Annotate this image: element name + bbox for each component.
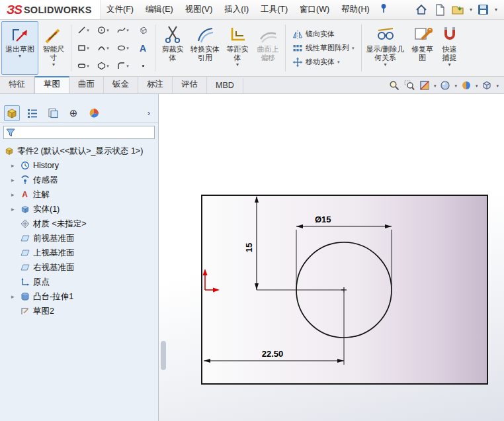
arc-tool-caret[interactable]: ▾	[106, 46, 109, 51]
section-view-button[interactable]	[419, 80, 431, 91]
trim-entities-button[interactable]: 剪裁实体	[157, 21, 188, 75]
offset-entities-button[interactable]: 等距实体 ▾	[222, 21, 253, 75]
ellipse-tool-button[interactable]: ▾	[113, 39, 133, 57]
expand-arrow-icon[interactable]: ▸	[11, 206, 15, 212]
open-dropdown-caret[interactable]: ▾	[470, 7, 472, 13]
slot-tool-button[interactable]: ▾	[73, 57, 93, 75]
pin-menu-icon[interactable]	[377, 3, 390, 16]
horizontal-dimension-text[interactable]: 22.50	[262, 349, 284, 359]
spline-tool-caret[interactable]: ▾	[126, 28, 129, 33]
tree-item-annotations[interactable]: ▸ A 注解	[0, 187, 158, 202]
menu-window[interactable]: 窗口(W)	[294, 0, 335, 19]
display-style-button[interactable]	[439, 80, 451, 91]
slot-tool-caret[interactable]: ▾	[87, 64, 89, 69]
menu-tools[interactable]: 工具(T)	[255, 0, 294, 19]
arc-tool-button[interactable]: ▾	[93, 39, 113, 57]
spline-tool-button[interactable]: ▾	[113, 21, 133, 39]
menu-view[interactable]: 视图(V)	[179, 0, 219, 19]
surface-offset-button[interactable]: 曲面上偏移	[253, 21, 283, 75]
ellipse-tool-caret[interactable]: ▾	[126, 46, 129, 51]
tree-item-solid-bodies[interactable]: ▸ 实体(1)	[0, 202, 158, 216]
rectangle-tool-button[interactable]: ▾	[73, 39, 93, 57]
display-delete-relations-caret[interactable]: ▾	[384, 62, 387, 68]
smart-dimension-button[interactable]: 智能尺寸 ▾	[38, 21, 69, 75]
panel-scrollbar-thumb[interactable]	[161, 341, 166, 370]
vertical-dimension-text[interactable]: 15	[244, 243, 254, 252]
view-orientation-button[interactable]	[481, 80, 493, 91]
tree-root-part[interactable]: 零件2 (默认<<默认>_显示状态 1>)	[0, 144, 158, 158]
save-dropdown-caret[interactable]: ▾	[495, 7, 497, 13]
view-orientation-caret[interactable]: ▾	[496, 83, 499, 88]
graphics-viewport[interactable]: Ø15 15 22.50	[159, 94, 504, 421]
polygon-tool-button[interactable]: ▾	[93, 57, 113, 75]
circle-tool-caret[interactable]: ▾	[106, 28, 109, 33]
convert-entities-button[interactable]: 转换实体引用	[188, 21, 222, 75]
rectangle-tool-caret[interactable]: ▾	[87, 46, 89, 51]
quick-snaps-caret[interactable]: ▾	[448, 62, 451, 68]
3d-sketch-button[interactable]	[133, 21, 153, 39]
exit-sketch-caret[interactable]: ▾	[19, 54, 21, 59]
polygon-tool-caret[interactable]: ▾	[106, 64, 109, 69]
text-tool-button[interactable]: A	[133, 39, 153, 57]
appearance-caret[interactable]: ▾	[476, 83, 478, 88]
zoom-fit-button[interactable]	[388, 80, 400, 91]
line-tool-button[interactable]: ▾	[73, 21, 93, 39]
expand-arrow-icon[interactable]: ▸	[11, 191, 15, 198]
save-button[interactable]	[476, 3, 491, 17]
tree-item-top-plane[interactable]: 上视基准面	[0, 246, 158, 260]
menu-help[interactable]: 帮助(H)	[335, 0, 375, 19]
zoom-area-button[interactable]	[403, 80, 415, 91]
move-entities-caret[interactable]: ▾	[337, 60, 340, 65]
point-tool-button[interactable]	[133, 57, 153, 75]
menu-file[interactable]: 文件(F)	[101, 0, 140, 19]
home-button[interactable]	[414, 3, 429, 17]
tab-sketch[interactable]: 草图	[34, 76, 69, 93]
tab-mbd[interactable]: MBD	[207, 78, 243, 93]
move-entities-button[interactable]: 移动实体 ▾	[290, 56, 357, 68]
section-view-caret[interactable]: ▾	[434, 83, 437, 88]
featuremanager-tab[interactable]	[4, 105, 20, 121]
line-tool-caret[interactable]: ▾	[87, 28, 89, 33]
expand-arrow-icon[interactable]: ▸	[11, 293, 15, 300]
tree-item-sensors[interactable]: ▸ 传感器	[0, 173, 158, 187]
panel-scrollbar[interactable]	[159, 94, 167, 421]
menu-edit[interactable]: 编辑(E)	[140, 0, 179, 19]
linear-pattern-button[interactable]: 线性草图阵列 ▾	[290, 42, 357, 54]
tab-features[interactable]: 特征	[0, 76, 34, 93]
diameter-dimension-text[interactable]: Ø15	[315, 214, 331, 224]
display-style-caret[interactable]: ▾	[454, 83, 457, 88]
tree-item-material[interactable]: 材质 <未指定>	[0, 216, 158, 231]
display-delete-relations-button[interactable]: 显示/删除几何关系 ▾	[364, 21, 407, 75]
tree-item-boss-extrude1[interactable]: ▸ 凸台-拉伸1	[0, 289, 158, 304]
mirror-entities-button[interactable]: 镜向实体	[290, 28, 357, 40]
sketch-canvas[interactable]: Ø15 15 22.50	[159, 94, 504, 421]
tab-annotation[interactable]: 标注	[138, 76, 173, 93]
fillet-tool-caret[interactable]: ▾	[126, 64, 129, 69]
tree-item-sketch2[interactable]: 草图2	[0, 304, 158, 318]
expand-arrow-icon[interactable]: ▸	[11, 177, 15, 183]
appearance-button[interactable]	[460, 80, 472, 91]
circle-tool-button[interactable]: ▾	[93, 21, 113, 39]
fillet-tool-button[interactable]: ▾	[113, 57, 133, 75]
repair-sketch-button[interactable]: 修复草图	[407, 21, 438, 75]
open-document-button[interactable]	[451, 3, 466, 17]
expand-arrow-icon[interactable]: ▸	[11, 162, 15, 169]
tree-filter-input[interactable]	[18, 128, 152, 137]
exit-sketch-button[interactable]: 退出草图 ▾	[1, 21, 38, 75]
menu-insert[interactable]: 插入(I)	[218, 0, 255, 19]
tab-evaluate[interactable]: 评估	[173, 76, 207, 93]
tab-sheet-metal[interactable]: 钣金	[104, 76, 138, 93]
dimxpertmanager-tab[interactable]: ⊕	[65, 105, 81, 121]
tree-item-history[interactable]: ▸ History	[0, 158, 158, 173]
panel-flyout-chevron[interactable]: ›	[144, 108, 154, 118]
tree-item-origin[interactable]: 原点	[0, 275, 158, 289]
new-document-button[interactable]	[433, 3, 447, 17]
linear-pattern-caret[interactable]: ▾	[352, 46, 355, 51]
quick-snaps-button[interactable]: 快速捕捉 ▾	[438, 21, 462, 75]
smart-dimension-caret[interactable]: ▾	[52, 62, 55, 68]
propertymanager-tab[interactable]	[24, 105, 40, 121]
configurationmanager-tab[interactable]	[45, 105, 61, 121]
tree-item-front-plane[interactable]: 前视基准面	[0, 231, 158, 246]
tab-surfaces[interactable]: 曲面	[69, 76, 104, 93]
tree-item-right-plane[interactable]: 右视基准面	[0, 260, 158, 275]
